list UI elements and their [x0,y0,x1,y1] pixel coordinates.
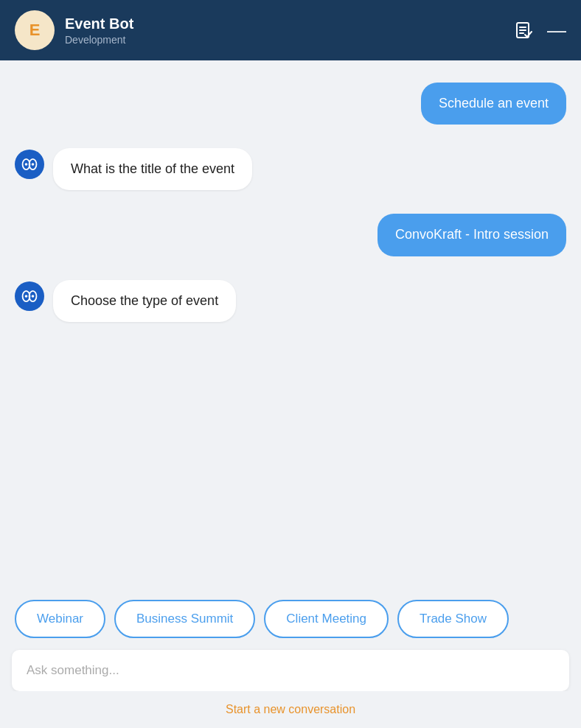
bot-avatar-icon-1 [15,150,44,179]
bot-message-1: What is the title of the event [15,148,566,190]
option-trade-show[interactable]: Trade Show [397,600,509,638]
input-wrapper [12,650,569,691]
bot-bubble-1: What is the title of the event [53,148,252,190]
header-left: E Event Bot Development [15,10,133,50]
svg-point-6 [25,163,28,166]
user-message-2: ConvoKraft - Intro session [15,214,566,256]
svg-point-7 [32,163,35,166]
user-message-1: Schedule an event [15,83,566,125]
svg-point-10 [25,295,28,298]
options-area: Webinar Business Summit Client Meeting T… [0,592,581,650]
checklist-icon[interactable] [515,21,534,40]
header: E Event Bot Development — [0,0,581,60]
option-webinar[interactable]: Webinar [15,600,105,638]
new-conversation-area: Start a new conversation [0,691,581,728]
header-icons: — [515,21,566,40]
user-bubble-1: Schedule an event [421,83,566,125]
bot-avatar-letter: E [15,10,55,50]
minimize-icon[interactable]: — [547,21,566,40]
bot-name: Event Bot [65,15,133,32]
bot-bubble-2: Choose the type of event [53,280,236,322]
new-conversation-button[interactable]: Start a new conversation [226,703,355,716]
bot-message-2: Choose the type of event [15,280,566,322]
input-area [0,650,581,691]
user-bubble-2: ConvoKraft - Intro session [378,214,566,256]
options-grid: Webinar Business Summit Client Meeting T… [15,600,566,638]
bot-subtitle: Development [65,34,133,46]
option-client-meeting[interactable]: Client Meeting [264,600,389,638]
bot-avatar-icon-2 [15,281,44,311]
chat-input[interactable] [27,663,554,678]
svg-point-11 [32,295,35,298]
option-business-summit[interactable]: Business Summit [114,600,255,638]
chat-area: Schedule an event What is the title of t… [0,60,581,592]
header-info: Event Bot Development [65,15,133,46]
